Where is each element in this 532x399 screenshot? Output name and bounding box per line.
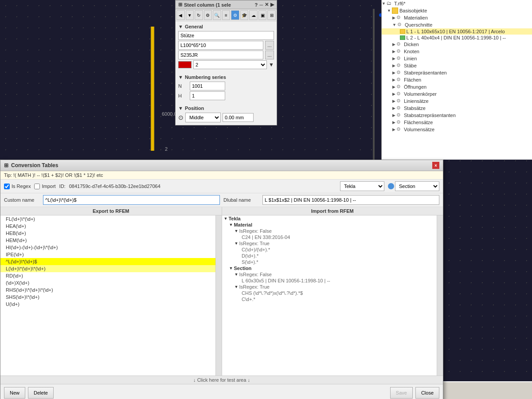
cloud-btn[interactable]: ☁ — [249, 10, 258, 20]
import-tree-item[interactable]: L 60x30x5 | DIN EN 10056-1:1998-10 | -- — [222, 278, 437, 284]
nav-back-btn[interactable]: ◀ — [176, 10, 185, 20]
numbering-header[interactable]: ▼ Numbering series — [178, 74, 274, 81]
export-list-item[interactable]: HEA(\d+) — [0, 223, 215, 230]
tree-arrow-root: ▼ — [382, 1, 386, 6]
custom-name-input[interactable] — [43, 195, 220, 205]
close-icon[interactable]: ✕ — [265, 2, 269, 8]
color-select[interactable]: 2 — [193, 60, 267, 69]
name-input[interactable] — [178, 31, 274, 40]
import-tree[interactable]: ▼Tekla▼Material▼IsRegex: False C24 | EN … — [222, 215, 437, 376]
import-tree-item[interactable]: ▼IsRegex: False — [222, 271, 437, 278]
export-list-item[interactable]: RHS(\d+)\*(\d+)\*(\d+) — [0, 286, 215, 293]
tree-l1[interactable]: L 1 - L 100x65x10 | EN 10056-1:2017 | Ar… — [382, 28, 532, 35]
material-more-btn[interactable]: … — [265, 51, 274, 59]
tree-root[interactable]: ▼ 🗂 T.rf6* — [382, 0, 532, 7]
import-tree-item[interactable]: C24 | EN 338:2016-04 — [222, 234, 437, 240]
import-tree-item[interactable]: ▼IsRegex: False — [222, 228, 437, 234]
export-list-item[interactable]: HEM(\d+) — [0, 237, 215, 244]
refresh-btn[interactable]: ↻ — [195, 10, 203, 20]
is-regex-checkbox[interactable] — [4, 184, 10, 189]
gear-active-btn[interactable]: ⚙ — [231, 10, 239, 20]
import-tree-item[interactable]: CHS (\d*\.?\d*)x(\d*\.?\d*).*$ — [222, 290, 437, 296]
export-scrollbar[interactable] — [215, 215, 222, 376]
import-tree-item[interactable]: ▼Section — [222, 265, 437, 271]
export-list-item[interactable]: ^L(\d+)\*(\d+)$ — [0, 258, 215, 265]
dialog-close-btn[interactable]: × — [432, 162, 439, 169]
dropdown-btn[interactable]: ▼ — [186, 10, 194, 20]
import-scrollbar[interactable] — [437, 215, 443, 376]
test-area-label: ↓ Click here for test area ↓ — [193, 377, 250, 383]
tree-staebe[interactable]: ▶ ⚙ Stäbe — [382, 62, 532, 69]
import-label[interactable]: Import — [34, 184, 55, 189]
export-list-item[interactable]: RD(\d+) — [0, 272, 215, 279]
search-btn[interactable]: 🔍 — [213, 10, 221, 20]
position-icon: ⊙ — [178, 114, 184, 121]
dialog-titlebar: ⊞ Conversion Tables × — [0, 160, 443, 171]
software-dropdown[interactable]: Tekla — [340, 181, 384, 191]
help-icon[interactable]: ? — [254, 2, 258, 8]
export-list-item[interactable]: SHS(\d+)\*(\d+) — [0, 293, 215, 301]
tree-volumensaetze[interactable]: ▶ ⚙ Volumensätze — [382, 126, 532, 133]
tree-querschnitte[interactable]: ▼ ⚙ Querschnitte — [382, 21, 532, 28]
h-input[interactable] — [190, 91, 225, 100]
tree-materialien[interactable]: ▶ ⚙ Materialien — [382, 14, 532, 21]
section-more-btn[interactable]: … — [265, 41, 274, 50]
save-button[interactable]: Save — [390, 387, 413, 399]
tree-flaechen[interactable]: ▶ ⚙ Flächen — [382, 76, 532, 83]
help-btn[interactable]: 🎓 — [240, 10, 249, 20]
expand-icon[interactable]: ▶ — [270, 2, 274, 8]
tree-flaechensaetze[interactable]: ▶ ⚙ Flächensätze — [382, 119, 532, 126]
h-label: H — [178, 93, 187, 98]
is-regex-label[interactable]: Is Regex — [4, 184, 31, 189]
import-tree-item[interactable]: ▼IsRegex: True — [222, 284, 437, 290]
general-header[interactable]: ▼ General — [178, 23, 274, 30]
tree-dicken[interactable]: ▶ ⚙ Dicken — [382, 41, 532, 48]
dlubal-name-input[interactable] — [262, 195, 439, 205]
position-value-input[interactable] — [223, 113, 254, 122]
settings-btn[interactable]: ⚙ — [204, 10, 212, 20]
import-tree-item[interactable]: ▼Tekla — [222, 215, 437, 222]
tree-linien[interactable]: ▶ ⚙ Linien — [382, 55, 532, 62]
import-tree-item[interactable]: ▼Material — [222, 222, 437, 228]
export-list-item[interactable]: HI(\d+)-(\d+)-(\d+)\*(\d+) — [0, 244, 215, 251]
import-tree-item[interactable]: ▼IsRegex: True — [222, 240, 437, 246]
position-select[interactable]: Middle — [185, 113, 221, 122]
import-tree-item[interactable]: C\d+.* — [222, 296, 437, 302]
bottom-buttons: New Delete Save Close — [0, 384, 443, 399]
tree-oeffnungen[interactable]: ▶ ⚙ Öffnungen — [382, 83, 532, 90]
menu-btn[interactable]: ≡ — [222, 10, 231, 20]
section-input[interactable] — [178, 41, 263, 50]
close-button[interactable]: Close — [415, 387, 439, 399]
n-input[interactable] — [190, 82, 225, 90]
section-dropdown[interactable]: Section — [395, 181, 439, 191]
tree-stabsaetze[interactable]: ▶ ⚙ Stabsätze — [382, 105, 532, 112]
cube-btn[interactable]: ▣ — [258, 10, 267, 20]
import-tree-item[interactable]: C(\d+)/(\d+).* — [222, 246, 437, 253]
export-list-item[interactable]: HEB(\d+) — [0, 230, 215, 237]
export-list-item[interactable]: (\d+)X(\d+) — [0, 279, 215, 286]
test-area-bar[interactable]: ↓ Click here for test area ↓ — [0, 376, 443, 384]
delete-button[interactable]: Delete — [28, 387, 54, 399]
material-input[interactable] — [178, 51, 263, 59]
tree-liniensaetze[interactable]: ▶ ⚙ Liniensätze — [382, 98, 532, 105]
export-list-item[interactable]: U(\d+) — [0, 301, 215, 308]
grid-btn[interactable]: ⊞ — [267, 10, 276, 20]
tree-knoten[interactable]: ▶ ⚙ Knoten — [382, 48, 532, 55]
tree-l2[interactable]: L 2 - L 40x40x4 | DIN EN 10056-1:1998-10… — [382, 35, 532, 41]
export-list-item[interactable]: L(\d+)\*(\d+)\*(\d+) — [0, 265, 215, 272]
export-list-item[interactable]: IPE(\d+) — [0, 251, 215, 258]
h-row: H — [178, 91, 274, 100]
export-list[interactable]: FL(\d+)\*(\d+)HEA(\d+)HEB(\d+)HEM(\d+)HI… — [0, 215, 215, 376]
export-list-item[interactable]: FL(\d+)\*(\d+) — [0, 215, 215, 223]
itree-label: Tekla — [228, 216, 240, 221]
tree-stabsatzrep[interactable]: ▶ ⚙ Stabsatzrepräsentanten — [382, 112, 532, 119]
tree-volumenkörper[interactable]: ▶ ⚙ Volumenkörper — [382, 90, 532, 98]
minimize-icon[interactable]: ─ — [259, 2, 263, 8]
new-button[interactable]: New — [4, 387, 25, 399]
tree-basisobjekte[interactable]: ▼ Basisobjekte — [382, 7, 532, 14]
import-tree-item[interactable]: S(\d+).* — [222, 259, 437, 265]
tree-stabrep[interactable]: ▶ ⚙ Stabrepräsentanten — [382, 69, 532, 76]
position-header[interactable]: ▼ Position — [178, 105, 274, 112]
import-tree-item[interactable]: D(\d+).* — [222, 253, 437, 259]
import-checkbox[interactable] — [34, 184, 40, 189]
